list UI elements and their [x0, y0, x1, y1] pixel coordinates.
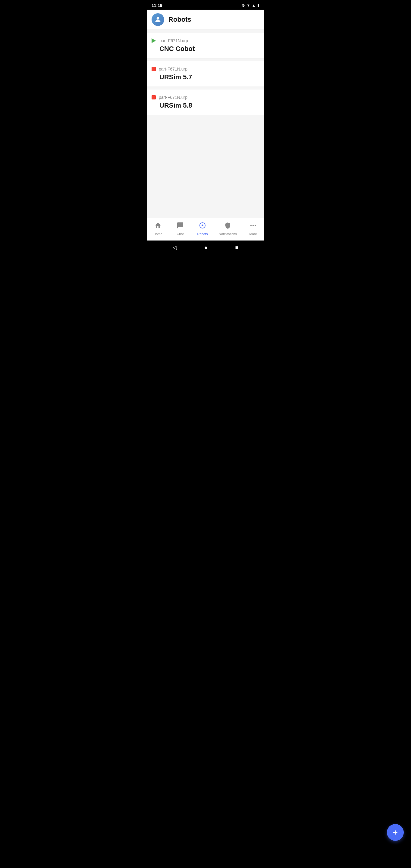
nav-home-label: Home — [153, 232, 162, 236]
app-header: Robots — [147, 10, 264, 30]
wifi-icon: ▼ — [247, 3, 250, 7]
nav-chat-label: Chat — [177, 232, 184, 236]
avatar[interactable] — [152, 13, 164, 26]
svg-point-0 — [157, 17, 159, 20]
nav-notifications[interactable]: Notifications — [215, 221, 241, 237]
robot-card-3-header: part-F671N.urp — [152, 95, 259, 100]
robot-card-1-header: part-F671N.urp — [152, 38, 259, 43]
svg-point-4 — [255, 225, 256, 226]
nav-more[interactable]: More — [244, 221, 263, 237]
svg-point-2 — [250, 225, 252, 226]
robot-card-2[interactable]: part-F671N.urp URSim 5.7 — [147, 61, 264, 87]
robots-icon — [199, 222, 206, 231]
svg-point-3 — [253, 225, 254, 226]
robot-card-2-header: part-F671N.urp — [152, 67, 259, 71]
robot-2-name: URSim 5.7 — [152, 73, 259, 81]
more-icon — [250, 222, 257, 231]
status-time: 11:19 — [152, 3, 162, 8]
nav-home[interactable]: Home — [148, 221, 167, 237]
play-status-icon — [152, 38, 156, 43]
bottom-navigation: Home Chat Robots Notifications — [147, 218, 264, 241]
robot-1-name: CNC Cobot — [152, 45, 259, 53]
home-button[interactable]: ● — [204, 244, 208, 251]
nav-notifications-label: Notifications — [219, 232, 237, 236]
robot-card-1[interactable]: part-F671N.urp CNC Cobot — [147, 33, 264, 59]
separator-2 — [147, 88, 264, 88]
svg-point-1 — [201, 224, 203, 226]
chat-icon — [177, 222, 184, 231]
separator-1 — [147, 60, 264, 60]
robot-2-file: part-F671N.urp — [159, 67, 187, 71]
robot-card-3[interactable]: part-F671N.urp URSim 5.8 — [147, 90, 264, 115]
notifications-icon — [224, 222, 231, 231]
android-nav-bar: ◁ ● ■ — [147, 241, 264, 254]
battery-icon: ▮ — [257, 3, 259, 7]
robots-list: part-F671N.urp CNC Cobot part-F671N.urp … — [147, 30, 264, 218]
status-bar: 11:19 ⊙ ▼ ▲ ▮ — [147, 0, 264, 10]
back-button[interactable]: ◁ — [173, 244, 177, 251]
stop-status-icon-2 — [152, 67, 156, 71]
page-title: Robots — [168, 16, 191, 24]
nav-robots[interactable]: Robots — [193, 221, 212, 237]
status-icons: ⊙ ▼ ▲ ▮ — [242, 3, 259, 7]
nav-more-label: More — [249, 232, 257, 236]
clipboard-icon: ⊙ — [242, 3, 245, 7]
robot-1-file: part-F671N.urp — [159, 38, 188, 43]
nav-chat[interactable]: Chat — [170, 221, 190, 237]
robot-3-name: URSim 5.8 — [152, 101, 259, 110]
home-icon — [154, 222, 161, 231]
stop-status-icon-3 — [152, 95, 156, 99]
signal-icon: ▲ — [252, 3, 255, 7]
recents-button[interactable]: ■ — [235, 244, 238, 251]
robot-3-file: part-F671N.urp — [159, 95, 187, 100]
nav-robots-label: Robots — [197, 232, 208, 236]
